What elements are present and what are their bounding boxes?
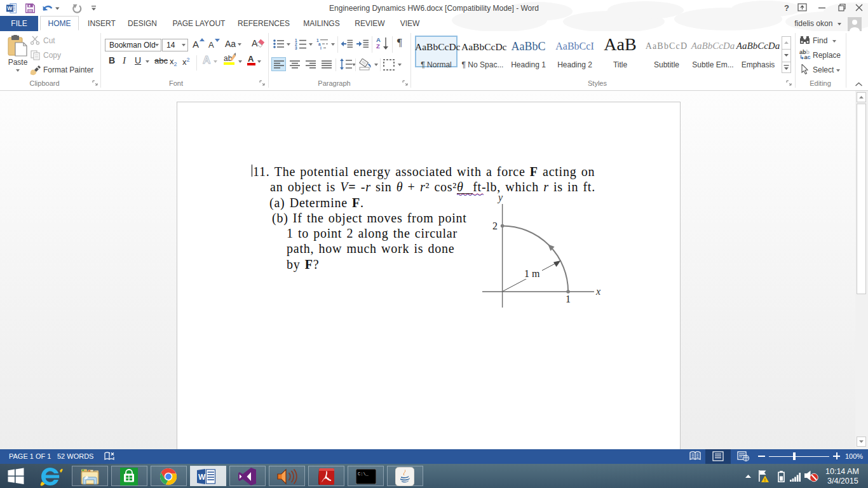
svg-text:x: x bbox=[595, 286, 600, 297]
svg-text:W: W bbox=[7, 5, 13, 11]
svg-text:3: 3 bbox=[295, 46, 297, 50]
svg-text:y: y bbox=[497, 192, 503, 203]
svg-text:C:\_: C:\_ bbox=[358, 471, 369, 477]
svg-text:1 m: 1 m bbox=[524, 268, 540, 279]
svg-text:W: W bbox=[198, 473, 206, 482]
svg-text:1: 1 bbox=[566, 294, 571, 304]
svg-text:!: ! bbox=[764, 477, 766, 482]
svg-text:?: ? bbox=[784, 3, 789, 13]
svg-text:i: i bbox=[320, 46, 322, 50]
svg-text:2: 2 bbox=[492, 220, 498, 231]
